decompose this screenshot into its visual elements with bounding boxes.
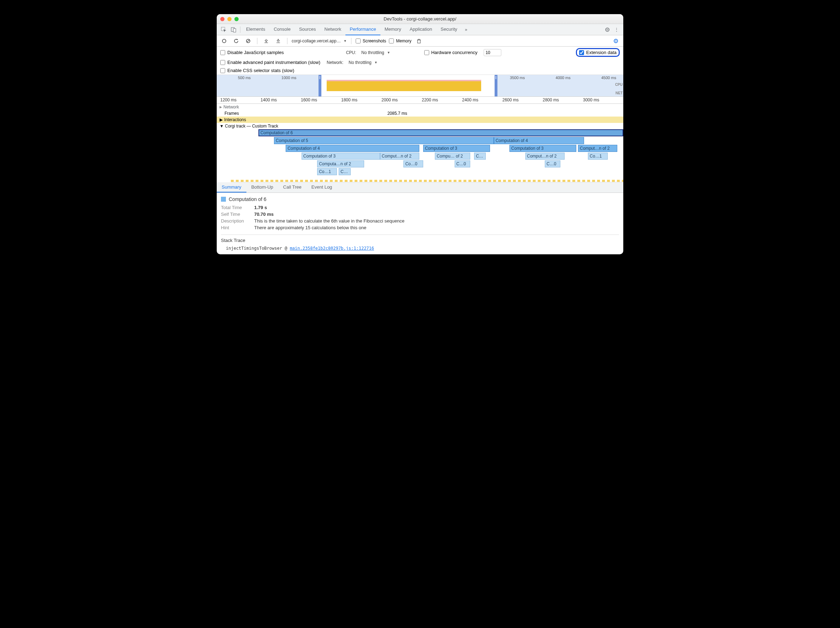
device-toolbar-icon[interactable] <box>229 27 238 33</box>
flame-bar[interactable]: Computation of 6 <box>259 129 623 136</box>
flame-bar[interactable]: Co…1 <box>317 168 337 175</box>
screenshots-checkbox[interactable]: Screenshots <box>356 38 387 43</box>
devtools-window: DevTools - corgi-collage.vercel.app/ Ele… <box>217 14 623 254</box>
reload-record-icon[interactable] <box>232 36 241 46</box>
flame-bar[interactable]: Computation of 3 <box>510 145 576 152</box>
overview-activity-yellow <box>327 81 481 91</box>
garbage-collect-icon[interactable] <box>414 36 423 46</box>
enable-paint-checkbox[interactable]: Enable advanced paint instrumentation (s… <box>220 60 320 65</box>
stack-trace-title: Stack Trace <box>221 238 619 243</box>
tab-performance[interactable]: Performance <box>346 24 380 35</box>
extension-data-highlight: Extension data <box>576 48 620 57</box>
dtab-summary[interactable]: Summary <box>217 182 246 192</box>
svg-point-4 <box>607 29 608 30</box>
dtab-eventlog[interactable]: Event Log <box>306 182 337 192</box>
record-icon[interactable] <box>219 36 229 46</box>
flame-bar[interactable]: Computation of 3 <box>423 145 490 152</box>
enable-css-stats-checkbox[interactable]: Enable CSS selector stats (slow) <box>220 68 294 73</box>
hw-concurrency-checkbox[interactable]: Hardware concurrency <box>424 50 478 55</box>
inspect-element-icon[interactable] <box>219 27 229 33</box>
memory-checkbox[interactable]: Memory <box>389 38 411 43</box>
perf-toolbar: corgi-collage.vercel.app…▼ Screenshots M… <box>217 35 623 47</box>
filter-row-3: Enable CSS selector stats (slow) <box>217 66 623 75</box>
net-label: NET <box>616 91 622 95</box>
timeline-overview[interactable]: 500 ms1000 ms1500 ms2000 ms2500 ms3000 m… <box>217 75 623 97</box>
download-icon[interactable] <box>274 36 283 46</box>
extension-data-checkbox[interactable]: Extension data <box>579 50 617 55</box>
time-ruler: 1200 ms1400 ms1600 ms1800 ms2000 ms2200 … <box>217 97 623 104</box>
frames-track[interactable]: Frames2085.7 ms <box>217 110 623 116</box>
flame-bar[interactable]: Computation of 5 <box>274 137 494 144</box>
tab-security[interactable]: Security <box>436 24 461 35</box>
tab-sources[interactable]: Sources <box>295 24 320 35</box>
svg-point-3 <box>606 28 609 31</box>
details-tabs: Summary Bottom-Up Call Tree Event Log <box>217 182 623 193</box>
network-throttle-select[interactable]: Network: No throttling▼ <box>327 60 377 65</box>
custom-track-header[interactable]: ▼ Corgi track — Custom Track <box>217 123 623 129</box>
svg-line-7 <box>247 39 249 42</box>
flame-bar[interactable]: Co…1 <box>588 153 608 160</box>
summary-color-swatch <box>221 197 226 201</box>
window-title: DevTools - corgi-collage.vercel.app/ <box>217 16 623 22</box>
flame-bar[interactable]: Computation of 4 <box>494 137 584 144</box>
url-dropdown[interactable]: corgi-collage.vercel.app…▼ <box>292 38 347 43</box>
clear-icon[interactable] <box>243 36 253 46</box>
dtab-calltree[interactable]: Call Tree <box>278 182 306 192</box>
cpu-throttle-select[interactable]: CPU: No throttling▼ <box>346 50 390 55</box>
filter-row-2: Enable advanced paint instrumentation (s… <box>217 58 623 66</box>
stack-trace-link[interactable]: main.2358fe1b2c80297b.js:1:122716 <box>290 246 374 251</box>
svg-point-5 <box>223 39 226 43</box>
filter-row-1: Disable JavaScript samples CPU: No throt… <box>217 47 623 58</box>
tab-memory[interactable]: Memory <box>381 24 406 35</box>
flame-bar[interactable]: C…0 <box>455 161 470 167</box>
flame-bar[interactable]: C…0 <box>545 161 561 167</box>
disable-js-checkbox[interactable]: Disable JavaScript samples <box>220 50 284 55</box>
flame-bar[interactable]: Comput…n of 2 <box>380 153 419 160</box>
overview-handle-right[interactable]: || <box>494 75 497 96</box>
flame-bar[interactable]: C… <box>339 168 351 175</box>
svg-point-13 <box>614 39 617 43</box>
settings-gear-icon[interactable] <box>603 25 612 34</box>
flame-bar[interactable]: Comput…n of 2 <box>578 145 617 152</box>
main-tabs: Elements Console Sources Network Perform… <box>217 24 623 35</box>
flame-bar[interactable]: Computation of 4 <box>286 145 419 152</box>
interactions-track-header[interactable]: ▶Interactions <box>217 116 623 123</box>
flame-bar[interactable]: Comput…n of 2 <box>525 153 565 160</box>
flame-chart[interactable]: Computation of 6Computation of 5Computat… <box>231 129 623 182</box>
tab-elements[interactable]: Elements <box>242 24 269 35</box>
svg-rect-2 <box>233 28 236 32</box>
tab-console[interactable]: Console <box>269 24 295 35</box>
kebab-menu-icon[interactable]: ⋮ <box>612 25 621 34</box>
dtab-bottomup[interactable]: Bottom-Up <box>246 182 278 192</box>
svg-rect-10 <box>417 40 420 43</box>
network-track-header[interactable]: ▶Network <box>217 104 623 110</box>
flame-bar[interactable]: Computa…n of 2 <box>317 161 364 167</box>
more-tabs-icon[interactable]: » <box>461 25 471 34</box>
cpu-label: CPU <box>615 83 622 87</box>
tab-network[interactable]: Network <box>320 24 346 35</box>
svg-point-14 <box>615 40 617 42</box>
tracks-panel: ▶Network Frames2085.7 ms ▶Interactions ▼… <box>217 104 623 182</box>
titlebar: DevTools - corgi-collage.vercel.app/ <box>217 14 623 24</box>
summary-title: Computation of 6 <box>229 197 267 202</box>
capture-settings-gear-icon[interactable] <box>611 36 621 46</box>
tab-application[interactable]: Application <box>406 24 437 35</box>
overview-handle-left[interactable]: || <box>319 75 321 96</box>
flame-bar[interactable]: Computation of 3 <box>302 153 380 160</box>
hw-concurrency-input[interactable] <box>484 49 501 56</box>
flame-bar[interactable]: C… <box>474 153 486 160</box>
upload-icon[interactable] <box>262 36 271 46</box>
summary-panel: Computation of 6 Total Time1.79 s Self T… <box>217 193 623 254</box>
timeline-strip <box>231 180 623 182</box>
flame-bar[interactable]: Co…0 <box>403 161 423 167</box>
flame-bar[interactable]: Compu… of 2 <box>435 153 470 160</box>
